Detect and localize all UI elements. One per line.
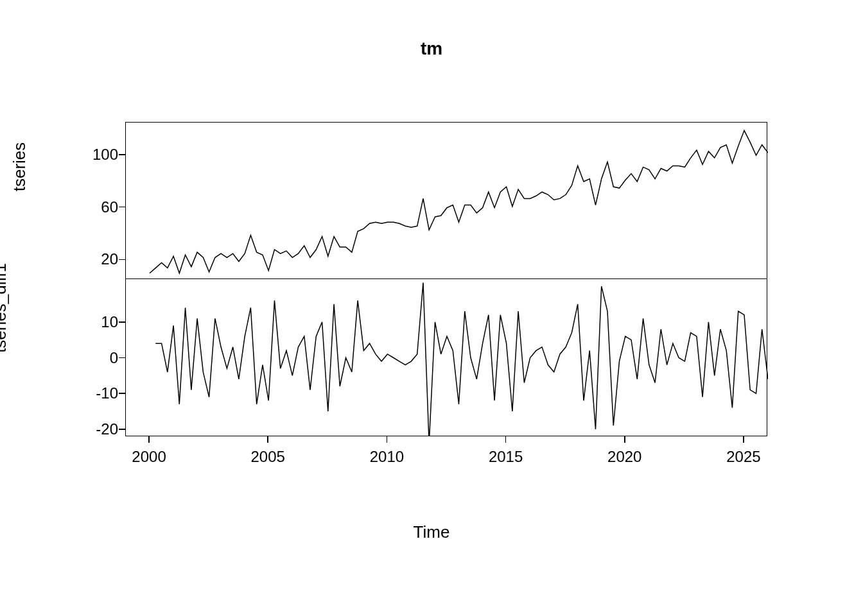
tseries-diff1-panel xyxy=(125,279,767,436)
y-tick-label: -10 xyxy=(80,384,118,402)
x-tick-label: 2010 xyxy=(370,448,404,466)
y-tick xyxy=(119,429,125,430)
tseries-diff1-line xyxy=(126,279,768,436)
x-axis-label: Time xyxy=(0,522,863,542)
x-tick-label: 2000 xyxy=(132,448,166,466)
chart-title: tm xyxy=(0,38,863,59)
y-tick-label: 10 xyxy=(80,313,118,331)
x-tick-label: 2005 xyxy=(251,448,285,466)
y-tick-label: 0 xyxy=(80,349,118,367)
x-tick-label: 2020 xyxy=(607,448,641,466)
y-axis-label-top: tseries xyxy=(10,103,30,231)
tseries-panel xyxy=(125,122,767,279)
x-tick xyxy=(387,436,388,443)
y-tick xyxy=(119,259,125,261)
x-tick xyxy=(505,436,507,443)
y-tick xyxy=(119,321,125,323)
y-tick-label: 20 xyxy=(80,250,118,268)
y-tick-label: 60 xyxy=(80,198,118,216)
y-tick xyxy=(119,154,125,155)
x-tick-label: 2015 xyxy=(489,448,523,466)
y-tick xyxy=(119,357,125,359)
y-tick xyxy=(119,393,125,394)
y-tick xyxy=(119,207,125,208)
y-tick-label: -20 xyxy=(80,420,118,438)
tseries-line xyxy=(126,123,768,280)
y-axis-label-bottom: tseries_diff1 xyxy=(0,225,10,391)
x-tick xyxy=(624,436,625,443)
x-tick-label: 2025 xyxy=(726,448,760,466)
x-tick xyxy=(267,436,268,443)
x-tick xyxy=(148,436,150,443)
chart-container: { "chart_data": [ { "type": "line", "pan… xyxy=(0,0,863,616)
y-tick-label: 100 xyxy=(80,146,118,164)
x-tick xyxy=(743,436,744,443)
